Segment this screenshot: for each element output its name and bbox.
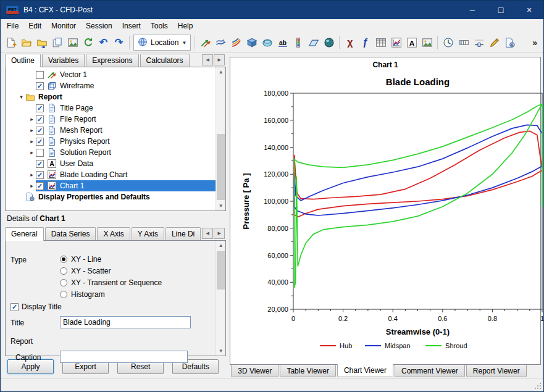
menu-file[interactable]: File <box>2 20 23 32</box>
expander-closed-icon[interactable] <box>28 116 36 122</box>
scroll-left-icon[interactable]: ◀ <box>202 54 213 65</box>
tree-item-content[interactable]: File Report <box>36 114 216 125</box>
scroll-thumb[interactable] <box>217 251 225 290</box>
resize-grip[interactable] <box>534 382 542 390</box>
scroll-thumb[interactable] <box>217 134 225 200</box>
radio-row-xy-transient-or-sequence[interactable]: XY - Transient or Sequence <box>60 277 162 288</box>
close-button[interactable]: × <box>515 1 543 19</box>
toolbar-insert-streamline-button[interactable] <box>213 35 228 51</box>
tree-item-vector-1[interactable]: Vector 1 <box>6 69 216 80</box>
tab-3d-viewer[interactable]: 3D Viewer <box>231 365 278 377</box>
tree-item-blade-loading-chart[interactable]: Blade Loading Chart <box>6 169 216 180</box>
tab-calculators[interactable]: Calculators <box>140 54 190 67</box>
scroll-track[interactable] <box>216 250 225 346</box>
menu-edit[interactable]: Edit <box>23 20 46 32</box>
tab-comment-viewer[interactable]: Comment Viewer <box>395 365 465 377</box>
toolbar-insert-plane-button[interactable] <box>306 35 321 51</box>
tree-item-physics-report[interactable]: Physics Report <box>6 136 216 147</box>
tab-x-axis[interactable]: X Axis <box>97 227 130 240</box>
toolbar-insert-contour-button[interactable] <box>228 35 244 51</box>
caption-input[interactable] <box>60 351 188 363</box>
radio-xy-line[interactable] <box>60 256 67 263</box>
visibility-checkbox[interactable] <box>36 127 44 135</box>
scroll-left-icon[interactable]: ◀ <box>202 228 213 239</box>
scroll-track[interactable] <box>216 77 225 201</box>
radio-row-xy-scatter[interactable]: XY - Scatter <box>60 265 162 277</box>
tree-item-content[interactable]: Blade Loading Chart <box>36 169 216 180</box>
scroll-right-icon[interactable]: ▶ <box>214 54 225 65</box>
tab-data-series[interactable]: Data Series <box>45 227 96 240</box>
toolbar-probe-tool-button[interactable] <box>487 35 502 51</box>
toolbar-timestep-selector-button[interactable] <box>440 35 456 51</box>
menu-monitor[interactable]: Monitor <box>46 20 81 32</box>
visibility-checkbox[interactable] <box>36 115 44 123</box>
tab-chart-viewer[interactable]: Chart Viewer <box>337 364 393 377</box>
visibility-checkbox[interactable] <box>36 171 44 179</box>
tree-item-content[interactable]: Display Properties and Defaults <box>25 191 216 202</box>
tree-item-content[interactable]: Title Page <box>36 102 216 114</box>
tab-line-di[interactable]: Line Di <box>165 227 201 240</box>
tree-item-content[interactable]: Mesh Report <box>36 125 216 136</box>
visibility-checkbox[interactable] <box>36 182 44 190</box>
tree-item-content[interactable]: AUser Data <box>36 158 216 169</box>
tab-outline[interactable]: Outline <box>5 54 41 67</box>
tree-item-chart-1[interactable]: Chart 1 <box>6 180 216 191</box>
menu-session[interactable]: Session <box>81 20 117 32</box>
tree-item-wireframe[interactable]: Wireframe <box>6 80 216 91</box>
toolbar-save-state-button[interactable] <box>34 35 49 51</box>
scroll-up-icon[interactable]: ▲ <box>216 67 225 77</box>
toolbar-new-chart-button[interactable] <box>388 35 404 51</box>
scroll-right-icon[interactable]: ▶ <box>214 228 225 239</box>
radio-xy-scatter[interactable] <box>60 267 67 275</box>
expander-closed-icon[interactable] <box>28 172 36 178</box>
tab-report-viewer[interactable]: Report Viewer <box>466 365 527 377</box>
tree-item-content[interactable]: Solution Report <box>36 147 216 158</box>
tree-item-content[interactable]: Physics Report <box>36 136 216 147</box>
tab-expressions[interactable]: Expressions <box>86 54 138 67</box>
toolbar-new-file-button[interactable] <box>3 35 19 51</box>
tab-table-viewer[interactable]: Table Viewer <box>280 365 335 377</box>
toolbar-animation-button[interactable] <box>456 35 471 51</box>
expander-closed-icon[interactable] <box>28 127 36 133</box>
tab-variables[interactable]: Variables <box>42 54 85 67</box>
tree-item-solution-report[interactable]: Solution Report <box>6 147 216 158</box>
radio-row-histogram[interactable]: Histogram <box>60 288 162 300</box>
toolbar-quick-editor-button[interactable] <box>471 35 487 51</box>
minimize-button[interactable]: – <box>458 1 487 19</box>
expander-closed-icon[interactable] <box>28 138 36 144</box>
tree-item-mesh-report[interactable]: Mesh Report <box>6 125 216 136</box>
tree-item-content[interactable]: Vector 1 <box>36 69 216 80</box>
tree-item-content[interactable]: Report <box>25 91 216 102</box>
tree-item-report[interactable]: Report <box>6 91 216 102</box>
visibility-checkbox[interactable] <box>36 149 44 157</box>
menu-tools[interactable]: Tools <box>146 20 173 32</box>
expander-closed-icon[interactable] <box>28 149 36 156</box>
visibility-checkbox[interactable] <box>36 138 44 146</box>
tree-item-display-properties-and-defaults[interactable]: Display Properties and Defaults <box>6 191 216 202</box>
location-dropdown[interactable]: Location▼ <box>133 35 191 51</box>
toolbar-new-expression-button[interactable]: χ <box>342 35 358 51</box>
menu-help[interactable]: Help <box>173 20 198 32</box>
radio-row-xy-line[interactable]: XY - Line <box>60 253 162 265</box>
tree-item-user-data[interactable]: AUser Data <box>6 158 216 169</box>
visibility-checkbox[interactable] <box>36 82 44 90</box>
radio-histogram[interactable] <box>60 291 67 298</box>
tree-item-content[interactable]: Wireframe <box>36 80 216 91</box>
toolbar-snapshot-button[interactable] <box>65 35 80 51</box>
tree-item-title-page[interactable]: Title Page <box>6 102 216 114</box>
visibility-checkbox[interactable] <box>36 104 44 112</box>
toolbar-render-options-button[interactable] <box>321 35 337 51</box>
expander-open-icon[interactable] <box>17 94 25 100</box>
toolbar-load-results-button[interactable] <box>19 35 34 51</box>
tab-general[interactable]: General <box>5 227 44 241</box>
toolbar-insert-isosurface-button[interactable] <box>259 35 275 51</box>
maximize-button[interactable]: □ <box>487 1 515 19</box>
tree-item-content[interactable]: Chart 1 <box>36 180 216 191</box>
scroll-down-icon[interactable]: ▼ <box>216 201 225 211</box>
toolbar-new-figure-button[interactable] <box>419 35 435 51</box>
toolbar-insert-text-button[interactable]: ab <box>275 35 290 51</box>
radio-xy-transient-or-sequence[interactable] <box>60 279 67 286</box>
scroll-up-icon[interactable]: ▲ <box>216 241 225 250</box>
expander-closed-icon[interactable] <box>28 183 36 189</box>
toolbar-new-user-data-button[interactable]: A <box>404 35 419 51</box>
